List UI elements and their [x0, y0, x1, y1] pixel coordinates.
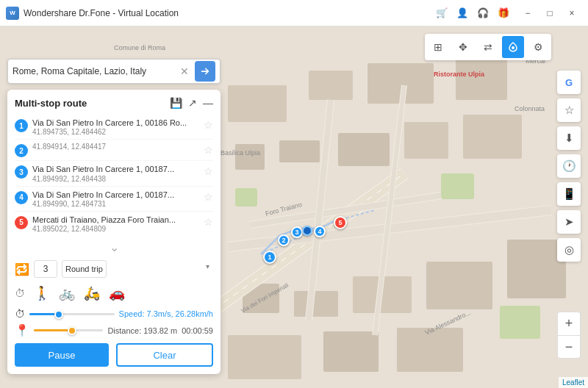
route-address-1: Via Di San Pietro In Carcere 1, 00186 Ro…: [32, 118, 199, 128]
zoom-controls: + −: [557, 312, 581, 359]
leaflet-link[interactable]: Leaflet: [562, 378, 584, 387]
route-coords-3: 41.894992, 12.484438: [32, 175, 199, 183]
history-button[interactable]: 🕐: [557, 154, 581, 178]
route-num-5: 5: [15, 216, 28, 229]
route-info-3: Via Di San Pietro In Carcere 1, 00187...…: [32, 164, 199, 182]
route-address-3: Via Di San Pietro In Carcere 1, 00187...: [32, 164, 199, 174]
car-icon[interactable]: 🚗: [109, 285, 125, 301]
route-item: 4 Via Di San Pietro In Carcere 1, 00187.…: [15, 187, 213, 212]
speed-gauge-icon: ⏱: [15, 308, 25, 320]
gift-icon[interactable]: 🎁: [495, 5, 512, 21]
map-point-3[interactable]: 3: [291, 226, 303, 238]
headset-icon[interactable]: 🎧: [475, 5, 491, 21]
route-num-1: 1: [15, 119, 28, 132]
speed-row: ⏱ Speed: 7.3m/s, 26.28km/h: [15, 307, 213, 320]
route-star-2[interactable]: ☆: [204, 144, 213, 156]
leaflet-attribution: Leaflet: [559, 377, 588, 388]
route-star-5[interactable]: ☆: [204, 216, 213, 228]
map-point-current[interactable]: [302, 226, 312, 236]
route-item: 5 Mercati di Traiano, Piazza Foro Traian…: [15, 212, 213, 236]
route-num-4: 4: [15, 191, 28, 204]
distance-slider-fill: [34, 329, 72, 331]
panel-header: Multi-stop route 💾 ↗ —: [15, 97, 213, 109]
map-point-1[interactable]: 1: [263, 251, 276, 264]
clear-button[interactable]: Clear: [116, 343, 213, 367]
pause-button[interactable]: Pause: [15, 343, 109, 367]
download-button[interactable]: ⬇: [557, 126, 581, 150]
route-info-2: 41.894914, 12.484417: [32, 143, 199, 151]
user-icon[interactable]: 👤: [454, 5, 470, 21]
svg-text:Ristorante Ulpia: Ristorante Ulpia: [434, 71, 485, 78]
settings-tool-button[interactable]: ⚙: [527, 36, 549, 58]
route-info-4: Via Di San Pietro In Carcere 1, 00187...…: [32, 190, 199, 208]
map-point-5[interactable]: 5: [334, 216, 347, 229]
svg-text:Comune di Roma: Comune di Roma: [114, 44, 165, 51]
time-label: 00:00:59: [182, 326, 213, 335]
minimize-button[interactable]: −: [517, 6, 538, 21]
panel-export-icon[interactable]: ↗: [188, 97, 197, 109]
app-title: Wondershare Dr.Fone - Virtual Location: [24, 8, 434, 18]
route-info-1: Via Di San Pietro In Carcere 1, 00186 Ro…: [32, 118, 199, 136]
route-star-1[interactable]: ☆: [204, 119, 213, 131]
favorites-button[interactable]: ☆: [557, 98, 581, 122]
svg-text:Colonnata: Colonnata: [514, 105, 545, 112]
title-bar: W Wondershare Dr.Fone - Virtual Location…: [0, 0, 588, 26]
route-star-4[interactable]: ☆: [204, 191, 213, 203]
route-num-2: 2: [15, 144, 28, 157]
target-button[interactable]: ◎: [557, 238, 581, 262]
scooter-icon[interactable]: 🛵: [84, 285, 100, 301]
trip-count-input[interactable]: [34, 260, 57, 278]
map-point-2[interactable]: 2: [278, 234, 290, 246]
title-bar-action-icons: 🛒 👤 🎧 🎁: [434, 5, 512, 21]
map-area: Foro Traiano Basilica Ulpia Ristorante U…: [0, 26, 588, 388]
zoom-out-button[interactable]: −: [557, 335, 581, 359]
cart-icon[interactable]: 🛒: [434, 5, 450, 21]
chevron-down-icon[interactable]: ⌄: [15, 240, 213, 254]
svg-rect-6: [279, 140, 320, 162]
bike-icon[interactable]: 🚲: [59, 285, 75, 301]
speed-slider-thumb[interactable]: [54, 310, 63, 319]
move-tool-button[interactable]: ✥: [452, 36, 474, 58]
grid-tool-button[interactable]: ⊞: [427, 36, 449, 58]
app-logo: W: [6, 7, 19, 20]
distance-slider-thumb[interactable]: [68, 326, 76, 335]
route-address-4: Via Di San Pietro In Carcere 1, 00187...: [32, 190, 199, 200]
panel-title: Multi-stop route: [15, 98, 87, 109]
svg-text:Basilica Ulpia: Basilica Ulpia: [220, 149, 260, 157]
speed-slider-wrap: [29, 307, 115, 320]
svg-rect-7: [338, 133, 390, 166]
speedometer-icon: ⏱: [15, 287, 25, 299]
distance-row: 📍 Distance: 193.82 m 00:00:59: [15, 323, 213, 337]
close-button[interactable]: ×: [562, 6, 582, 21]
svg-rect-15: [228, 335, 301, 379]
panel-save-icon[interactable]: 💾: [170, 97, 182, 109]
route-num-3: 3: [15, 165, 28, 179]
search-clear-icon[interactable]: ✕: [177, 65, 192, 77]
speed-slider-track: [29, 313, 115, 315]
walk-icon[interactable]: 🚶: [34, 285, 50, 301]
search-go-button[interactable]: [195, 61, 215, 82]
svg-rect-9: [463, 115, 522, 159]
map-point-4[interactable]: 4: [314, 226, 326, 237]
search-input[interactable]: [12, 66, 177, 76]
google-maps-button[interactable]: G: [557, 71, 581, 94]
zoom-in-button[interactable]: +: [557, 312, 581, 335]
route-star-3[interactable]: ☆: [204, 165, 213, 177]
panel-minimize-icon[interactable]: —: [203, 97, 213, 109]
trip-mode-select[interactable]: One way Round trip Loop: [62, 260, 107, 278]
route-tool-button[interactable]: ⇄: [477, 36, 499, 58]
device-button[interactable]: 📱: [557, 182, 581, 206]
svg-rect-2: [309, 71, 353, 100]
location-tool-button[interactable]: [502, 36, 524, 58]
distance-slider-track: [34, 329, 103, 331]
route-list: 1 Via Di San Pietro In Carcere 1, 00186 …: [15, 115, 213, 236]
svg-rect-8: [404, 122, 448, 159]
route-item: 1 Via Di San Pietro In Carcere 1, 00186 …: [15, 115, 213, 140]
maximize-button[interactable]: □: [539, 6, 560, 21]
map-toolbar: ⊞ ✥ ⇄ ⚙: [425, 34, 551, 60]
svg-point-29: [512, 46, 514, 49]
compass-button[interactable]: ➤: [557, 210, 581, 234]
right-sidebar: G ☆ ⬇ 🕐 📱 ➤ ◎: [557, 71, 581, 262]
location-pin-icon: 📍: [15, 323, 29, 337]
search-bar: ✕: [7, 59, 220, 84]
